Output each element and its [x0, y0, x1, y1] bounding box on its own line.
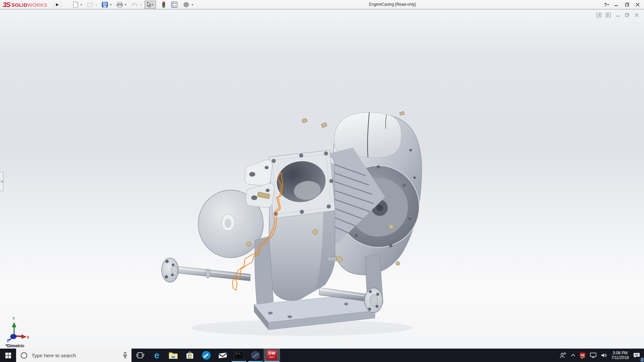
document-window-controls	[596, 12, 639, 18]
network-button[interactable]	[588, 349, 599, 362]
new-document-icon	[73, 1, 78, 8]
doc-minimize-icon	[616, 13, 620, 17]
solidworks-logo-works: WORKS	[28, 2, 47, 8]
show-pane-right-button[interactable]	[605, 12, 611, 18]
rebuild-traffic-light-icon	[162, 1, 166, 8]
help-dropdown[interactable]: ▾	[607, 3, 610, 6]
show-pane-left-button[interactable]	[596, 12, 602, 18]
chevron-up-icon	[571, 354, 575, 357]
microsoft-store-button[interactable]	[181, 349, 198, 362]
command-prompt-icon: C:\_	[234, 351, 244, 359]
tray-overflow-button[interactable]	[569, 349, 578, 362]
select-arrow-dropdown[interactable]: ▾	[152, 3, 155, 6]
triad-y-label: Y	[12, 316, 15, 320]
rebuild-button[interactable]	[160, 1, 167, 9]
microsoft-store-icon	[186, 351, 194, 359]
engine-casing-model[interactable]	[148, 107, 443, 341]
doc-minimize-button[interactable]	[615, 12, 621, 18]
new-document-dropdown[interactable]: ▾	[80, 3, 83, 6]
solidworks-app-button[interactable]: SW 2017	[264, 349, 280, 362]
solidworks-tray-icon: SW	[580, 353, 585, 358]
feature-manager-collapsed-tab[interactable]	[0, 172, 3, 191]
undo-dropdown[interactable]: ▾	[140, 3, 143, 6]
notification-badge: 3	[640, 357, 644, 362]
open-document-icon	[87, 2, 94, 7]
doc-close-icon	[635, 13, 639, 17]
system-tray: SW 3:08 PM 7/11/2018	[557, 349, 644, 362]
save-button[interactable]	[100, 1, 110, 9]
options-button[interactable]	[181, 1, 191, 9]
start-button[interactable]	[0, 349, 16, 362]
minimize-icon	[614, 3, 618, 7]
open-document-button[interactable]	[85, 1, 95, 9]
app-restore-button[interactable]	[623, 1, 631, 8]
new-document-button[interactable]	[71, 1, 80, 9]
taskbar-app-icons: e	[132, 349, 280, 362]
solidworks-tray-button[interactable]: SW	[578, 349, 588, 362]
task-view-button[interactable]	[132, 349, 149, 362]
pane-left-icon	[596, 13, 601, 17]
orientation-triad: Y X Z	[3, 315, 30, 342]
view-orientation-label: *Dimetric	[5, 343, 24, 348]
microphone-icon[interactable]	[123, 352, 127, 359]
print-dropdown[interactable]: ▾	[125, 3, 128, 6]
settings-tool-icon	[202, 351, 211, 360]
help-button[interactable]: ? ▾	[604, 2, 610, 7]
windows-taskbar: e	[0, 349, 644, 362]
people-button[interactable]	[557, 349, 569, 362]
select-arrow-button[interactable]: ▾	[145, 1, 156, 9]
search-input[interactable]	[32, 353, 112, 358]
app-window-controls: ? ▾	[604, 0, 642, 9]
command-prompt-button[interactable]: C:\_	[231, 349, 247, 362]
flyout-arrow-icon: ▶	[56, 2, 59, 7]
save-icon	[102, 2, 108, 8]
edge-icon: e	[154, 351, 159, 360]
hexagon-app-button[interactable]	[247, 349, 264, 362]
clock-time: 3:08 PM	[611, 351, 629, 355]
pane-right-icon	[606, 13, 611, 17]
network-icon	[590, 353, 596, 358]
triad-x-label: X	[27, 335, 30, 339]
taskbar-search[interactable]	[16, 349, 131, 362]
green-check-icon	[581, 356, 585, 359]
select-arrow-icon	[146, 2, 152, 8]
document-title: EngineCasing [Read-only]	[369, 2, 416, 7]
taskbar-clock[interactable]: 3:08 PM 7/11/2018	[609, 349, 631, 362]
doc-restore-icon	[625, 13, 629, 17]
mounting-brackets[interactable]	[245, 160, 274, 207]
options-gear-icon	[183, 1, 190, 8]
print-button[interactable]	[115, 1, 125, 9]
save-dropdown[interactable]: ▾	[110, 3, 113, 6]
mail-button[interactable]	[214, 349, 231, 362]
hexagon-app-icon	[251, 351, 260, 360]
action-center-button[interactable]: 3	[631, 349, 644, 362]
solidworks-logo-mark-icon: 3S	[3, 1, 10, 9]
app-minimize-button[interactable]	[612, 1, 621, 8]
solidworks-logo-solid: SOLID	[11, 2, 28, 8]
app-close-button[interactable]	[633, 1, 642, 8]
cortana-icon	[21, 352, 27, 359]
options-dropdown[interactable]: ▾	[191, 3, 194, 6]
file-explorer-button[interactable]	[165, 349, 181, 362]
quick-access-toolbar: ▾ ▾ ▾ ▾	[71, 0, 194, 9]
graphics-viewport[interactable]: Y X Z *Dimetric	[0, 9, 644, 349]
print-icon	[116, 2, 123, 8]
doc-restore-button[interactable]	[624, 12, 630, 18]
windows-logo-icon	[5, 353, 11, 358]
file-properties-icon	[171, 2, 177, 8]
task-view-icon	[137, 352, 145, 359]
undo-button[interactable]	[129, 1, 140, 9]
mail-icon	[218, 352, 227, 359]
open-document-dropdown[interactable]: ▾	[95, 3, 98, 6]
file-explorer-icon	[169, 352, 178, 359]
help-icon: ?	[604, 2, 607, 7]
settings-tool-button[interactable]	[198, 349, 214, 362]
menu-flyout-button[interactable]: ▶	[54, 0, 61, 9]
doc-close-button[interactable]	[634, 12, 639, 18]
volume-button[interactable]	[599, 349, 609, 362]
file-properties-button[interactable]	[169, 1, 179, 9]
triad-z-label: Z	[7, 339, 9, 342]
edge-button[interactable]: e	[149, 349, 165, 362]
volume-icon	[601, 353, 607, 358]
close-icon	[636, 3, 640, 7]
